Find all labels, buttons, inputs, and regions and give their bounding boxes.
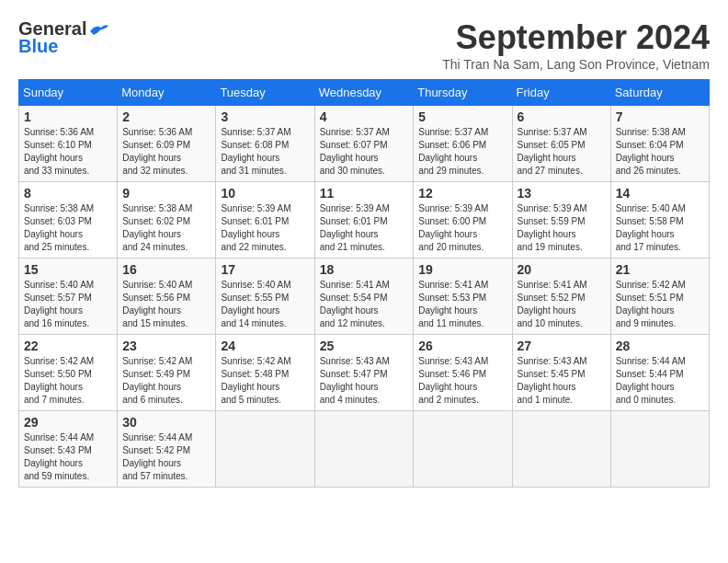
location-subtitle: Thi Tran Na Sam, Lang Son Province, Viet… bbox=[442, 57, 710, 72]
weekday-header-monday: Monday bbox=[118, 80, 216, 106]
day-info: Sunrise: 5:40 AMSunset: 5:56 PMDaylight … bbox=[122, 280, 192, 328]
day-number: 24 bbox=[221, 339, 309, 353]
day-info: Sunrise: 5:40 AMSunset: 5:55 PMDaylight … bbox=[221, 280, 290, 328]
day-info: Sunrise: 5:44 AMSunset: 5:43 PMDaylight … bbox=[24, 432, 94, 481]
day-info: Sunrise: 5:37 AMSunset: 6:05 PMDaylight … bbox=[518, 127, 587, 176]
day-info: Sunrise: 5:42 AMSunset: 5:49 PMDaylight … bbox=[122, 356, 192, 405]
day-number: 8 bbox=[24, 186, 112, 201]
calendar-week-row: 8Sunrise: 5:38 AMSunset: 6:03 PMDaylight… bbox=[19, 182, 710, 259]
day-info: Sunrise: 5:44 AMSunset: 5:42 PMDaylight … bbox=[122, 432, 192, 481]
calendar-day-cell: 6Sunrise: 5:37 AMSunset: 6:05 PMDaylight… bbox=[512, 106, 610, 182]
day-number: 12 bbox=[418, 186, 506, 201]
day-number: 10 bbox=[221, 186, 309, 201]
day-number: 25 bbox=[320, 339, 409, 353]
calendar-day-cell bbox=[414, 411, 512, 488]
calendar-week-row: 29Sunrise: 5:44 AMSunset: 5:43 PMDayligh… bbox=[19, 411, 710, 488]
calendar-day-cell: 17Sunrise: 5:40 AMSunset: 5:55 PMDayligh… bbox=[216, 259, 314, 335]
logo: General Blue bbox=[18, 18, 108, 57]
day-info: Sunrise: 5:41 AMSunset: 5:52 PMDaylight … bbox=[518, 280, 587, 328]
weekday-header-saturday: Saturday bbox=[610, 80, 709, 106]
day-number: 9 bbox=[122, 186, 210, 201]
weekday-header-tuesday: Tuesday bbox=[216, 80, 314, 106]
calendar-day-cell: 25Sunrise: 5:43 AMSunset: 5:47 PMDayligh… bbox=[314, 335, 414, 411]
day-info: Sunrise: 5:39 AMSunset: 6:00 PMDaylight … bbox=[418, 203, 488, 252]
calendar-day-cell: 7Sunrise: 5:38 AMSunset: 6:04 PMDaylight… bbox=[610, 106, 709, 182]
calendar-day-cell: 29Sunrise: 5:44 AMSunset: 5:43 PMDayligh… bbox=[19, 411, 118, 488]
calendar-day-cell: 28Sunrise: 5:44 AMSunset: 5:44 PMDayligh… bbox=[610, 335, 709, 411]
day-info: Sunrise: 5:36 AMSunset: 6:10 PMDaylight … bbox=[24, 127, 94, 176]
day-number: 17 bbox=[221, 262, 309, 277]
day-info: Sunrise: 5:38 AMSunset: 6:04 PMDaylight … bbox=[616, 127, 686, 176]
day-number: 26 bbox=[418, 339, 506, 353]
calendar-day-cell: 13Sunrise: 5:39 AMSunset: 5:59 PMDayligh… bbox=[512, 182, 610, 259]
day-info: Sunrise: 5:40 AMSunset: 5:58 PMDaylight … bbox=[616, 203, 686, 252]
day-number: 21 bbox=[616, 262, 704, 277]
calendar-day-cell: 11Sunrise: 5:39 AMSunset: 6:01 PMDayligh… bbox=[314, 182, 414, 259]
day-number: 20 bbox=[518, 262, 606, 277]
calendar-day-cell: 23Sunrise: 5:42 AMSunset: 5:49 PMDayligh… bbox=[118, 335, 216, 411]
calendar-day-cell: 9Sunrise: 5:38 AMSunset: 6:02 PMDaylight… bbox=[118, 182, 216, 259]
day-info: Sunrise: 5:37 AMSunset: 6:08 PMDaylight … bbox=[221, 127, 290, 176]
page-header: General Blue September 2024 Thi Tran Na … bbox=[18, 18, 710, 72]
day-number: 23 bbox=[122, 339, 210, 353]
day-info: Sunrise: 5:38 AMSunset: 6:02 PMDaylight … bbox=[122, 203, 192, 252]
calendar-day-cell: 8Sunrise: 5:38 AMSunset: 6:03 PMDaylight… bbox=[19, 182, 118, 259]
calendar-day-cell: 14Sunrise: 5:40 AMSunset: 5:58 PMDayligh… bbox=[610, 182, 709, 259]
day-info: Sunrise: 5:37 AMSunset: 6:07 PMDaylight … bbox=[320, 127, 390, 176]
day-number: 2 bbox=[122, 109, 210, 124]
day-number: 11 bbox=[320, 186, 409, 201]
weekday-header-friday: Friday bbox=[512, 80, 610, 106]
day-info: Sunrise: 5:39 AMSunset: 5:59 PMDaylight … bbox=[518, 203, 587, 252]
day-info: Sunrise: 5:40 AMSunset: 5:57 PMDaylight … bbox=[24, 280, 94, 328]
day-number: 1 bbox=[24, 109, 112, 124]
day-info: Sunrise: 5:41 AMSunset: 5:54 PMDaylight … bbox=[320, 280, 390, 328]
calendar-week-row: 1Sunrise: 5:36 AMSunset: 6:10 PMDaylight… bbox=[19, 106, 710, 182]
calendar-day-cell: 2Sunrise: 5:36 AMSunset: 6:09 PMDaylight… bbox=[118, 106, 216, 182]
calendar-week-row: 15Sunrise: 5:40 AMSunset: 5:57 PMDayligh… bbox=[19, 259, 710, 335]
calendar-day-cell: 3Sunrise: 5:37 AMSunset: 6:08 PMDaylight… bbox=[216, 106, 314, 182]
calendar-day-cell: 10Sunrise: 5:39 AMSunset: 6:01 PMDayligh… bbox=[216, 182, 314, 259]
day-info: Sunrise: 5:39 AMSunset: 6:01 PMDaylight … bbox=[320, 203, 390, 252]
calendar-day-cell: 22Sunrise: 5:42 AMSunset: 5:50 PMDayligh… bbox=[19, 335, 118, 411]
day-number: 27 bbox=[518, 339, 606, 353]
day-info: Sunrise: 5:38 AMSunset: 6:03 PMDaylight … bbox=[24, 203, 94, 252]
calendar-day-cell bbox=[216, 411, 314, 488]
weekday-header-row: SundayMondayTuesdayWednesdayThursdayFrid… bbox=[19, 80, 710, 106]
day-info: Sunrise: 5:43 AMSunset: 5:45 PMDaylight … bbox=[518, 356, 587, 405]
calendar-day-cell: 24Sunrise: 5:42 AMSunset: 5:48 PMDayligh… bbox=[216, 335, 314, 411]
month-title: September 2024 bbox=[442, 18, 710, 57]
calendar-day-cell: 15Sunrise: 5:40 AMSunset: 5:57 PMDayligh… bbox=[19, 259, 118, 335]
day-info: Sunrise: 5:37 AMSunset: 6:06 PMDaylight … bbox=[418, 127, 488, 176]
day-number: 3 bbox=[221, 109, 309, 124]
calendar-day-cell: 12Sunrise: 5:39 AMSunset: 6:00 PMDayligh… bbox=[414, 182, 512, 259]
calendar-day-cell bbox=[314, 411, 414, 488]
day-number: 7 bbox=[616, 109, 704, 124]
day-number: 28 bbox=[616, 339, 704, 353]
day-number: 29 bbox=[24, 415, 112, 430]
logo-bird-icon bbox=[88, 22, 108, 37]
day-info: Sunrise: 5:44 AMSunset: 5:44 PMDaylight … bbox=[616, 356, 686, 405]
day-info: Sunrise: 5:42 AMSunset: 5:48 PMDaylight … bbox=[221, 356, 290, 405]
title-area: September 2024 Thi Tran Na Sam, Lang Son… bbox=[442, 18, 710, 72]
calendar-week-row: 22Sunrise: 5:42 AMSunset: 5:50 PMDayligh… bbox=[19, 335, 710, 411]
weekday-header-sunday: Sunday bbox=[19, 80, 118, 106]
calendar-day-cell bbox=[610, 411, 709, 488]
day-number: 6 bbox=[518, 109, 606, 124]
calendar-day-cell: 26Sunrise: 5:43 AMSunset: 5:46 PMDayligh… bbox=[414, 335, 512, 411]
day-number: 16 bbox=[122, 262, 210, 277]
logo-text-blue: Blue bbox=[18, 36, 58, 57]
calendar-day-cell: 5Sunrise: 5:37 AMSunset: 6:06 PMDaylight… bbox=[414, 106, 512, 182]
calendar-day-cell: 27Sunrise: 5:43 AMSunset: 5:45 PMDayligh… bbox=[512, 335, 610, 411]
weekday-header-wednesday: Wednesday bbox=[314, 80, 414, 106]
calendar-day-cell: 19Sunrise: 5:41 AMSunset: 5:53 PMDayligh… bbox=[414, 259, 512, 335]
day-number: 4 bbox=[320, 109, 409, 124]
calendar-table: SundayMondayTuesdayWednesdayThursdayFrid… bbox=[18, 79, 710, 488]
calendar-day-cell: 16Sunrise: 5:40 AMSunset: 5:56 PMDayligh… bbox=[118, 259, 216, 335]
weekday-header-thursday: Thursday bbox=[414, 80, 512, 106]
day-number: 30 bbox=[122, 415, 210, 430]
day-info: Sunrise: 5:39 AMSunset: 6:01 PMDaylight … bbox=[221, 203, 290, 252]
day-info: Sunrise: 5:41 AMSunset: 5:53 PMDaylight … bbox=[418, 280, 488, 328]
calendar-day-cell: 20Sunrise: 5:41 AMSunset: 5:52 PMDayligh… bbox=[512, 259, 610, 335]
calendar-day-cell: 21Sunrise: 5:42 AMSunset: 5:51 PMDayligh… bbox=[610, 259, 709, 335]
day-number: 14 bbox=[616, 186, 704, 201]
